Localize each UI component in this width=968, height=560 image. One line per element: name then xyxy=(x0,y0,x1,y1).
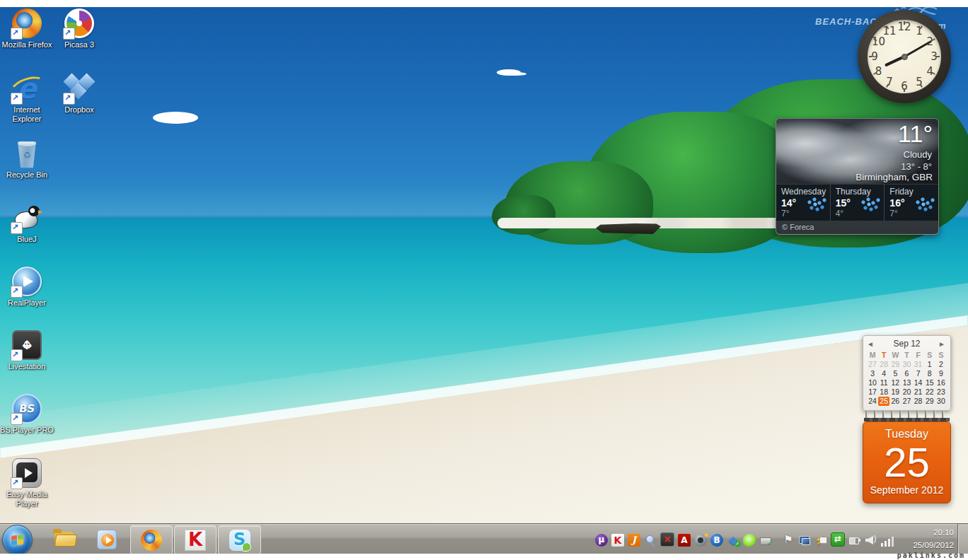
calendar-day-cell[interactable]: 30 xyxy=(935,397,947,406)
webcam-tray-icon[interactable] xyxy=(694,534,707,547)
printer-tray-icon[interactable] xyxy=(759,534,772,547)
calendar-day-header: T xyxy=(901,351,912,360)
desktop-icon-internet-explorer[interactable]: Internet Explorer xyxy=(0,74,54,124)
calendar-day-cell[interactable]: 10 xyxy=(867,378,878,387)
taskbar-windows-explorer-button[interactable] xyxy=(51,525,78,553)
desktop-icon-bsplayer-pro[interactable]: BS.Player PRO xyxy=(0,394,54,435)
calendar-day-cell[interactable]: 28 xyxy=(913,397,924,406)
desktop-icon-picasa[interactable]: Picasa 3 xyxy=(52,8,106,49)
cloud xyxy=(497,69,521,76)
shortcut-arrow-icon xyxy=(11,477,23,489)
desktop-icon-label: Recycle Bin xyxy=(0,170,54,180)
desktop-icon-dropbox[interactable]: Dropbox xyxy=(52,74,106,115)
calendar-day-cell[interactable]: 16 xyxy=(935,378,947,387)
calendar-next-icon[interactable]: ► xyxy=(938,340,947,348)
calendar-day-cell[interactable]: 31 xyxy=(913,360,924,369)
calendar-day-cell[interactable]: 27 xyxy=(867,360,878,369)
calendar-day-cell[interactable]: 27 xyxy=(901,397,912,406)
calendar-day-cell[interactable]: 8 xyxy=(924,369,935,378)
weather-credit: © Foreca xyxy=(776,221,938,234)
wallpaper: BEACH-BACKGR om xyxy=(0,7,968,554)
battery-tray-icon[interactable] xyxy=(848,534,861,547)
desktop-icon-mozilla-firefox[interactable]: Mozilla Firefox xyxy=(0,8,54,49)
calendar-day-cell[interactable]: 30 xyxy=(901,360,912,369)
taskbar-skype-button[interactable] xyxy=(218,525,261,554)
calendar-day-cell[interactable]: 28 xyxy=(878,360,889,369)
calendar-day-cell[interactable]: 7 xyxy=(913,369,924,378)
calendar-prev-icon[interactable]: ◄ xyxy=(867,340,875,348)
adobe-reader-tray-icon[interactable] xyxy=(678,534,691,547)
calendar-grid[interactable]: 2728293031123456789101112131415161718192… xyxy=(867,360,947,406)
volume-tray-icon[interactable] xyxy=(865,534,877,547)
today-day-number: 25 xyxy=(863,441,950,484)
skype-icon xyxy=(229,530,250,551)
shortcut-arrow-icon xyxy=(63,93,75,105)
show-desktop-button[interactable] xyxy=(957,524,968,554)
desktop-icon-livestation[interactable]: Livestation xyxy=(0,330,54,371)
livestation-offline-tray-icon[interactable] xyxy=(660,532,674,547)
calendar-gadget[interactable]: ◄ Sep 12 ► MTWTFSS 272829303112345678910… xyxy=(863,335,951,503)
calendar-day-header: S xyxy=(935,351,947,360)
desktop-icon-bluej[interactable]: BlueJ xyxy=(0,203,54,244)
clock-gadget[interactable]: 121234567891011 xyxy=(858,10,951,103)
calendar-day-cell[interactable]: 4 xyxy=(878,369,889,378)
calendar-day-cell[interactable]: 22 xyxy=(924,387,935,397)
desktop-icon-recycle-bin[interactable]: Recycle Bin xyxy=(0,139,54,180)
calendar-day-cell[interactable]: 2 xyxy=(935,360,947,369)
pushpin-tray-icon[interactable] xyxy=(644,534,657,547)
calendar-day-cell[interactable]: 11 xyxy=(878,378,889,387)
calendar-day-cell[interactable]: 18 xyxy=(878,387,889,397)
calendar-day-cell[interactable]: 12 xyxy=(889,378,901,387)
calendar-day-cell[interactable]: 17 xyxy=(867,387,878,397)
calendar-day-cell[interactable]: 24 xyxy=(867,397,878,406)
status-green-tray-icon[interactable] xyxy=(743,534,756,547)
desktop-icon-easy-media-player[interactable]: Easy Media Player xyxy=(0,458,54,508)
windows-explorer-icon xyxy=(54,532,74,546)
shortcut-arrow-icon xyxy=(11,93,23,105)
java-update-tray-icon[interactable] xyxy=(628,534,640,547)
calendar-day-cell[interactable]: 29 xyxy=(889,360,901,369)
calendar-day-cell[interactable]: 26 xyxy=(889,397,901,406)
calendar-day-cell[interactable]: 29 xyxy=(924,397,935,406)
calendar-day-cell[interactable]: 25 xyxy=(878,397,889,406)
taskbar-date: 25/09/2012 xyxy=(903,539,954,552)
calendar-day-cell[interactable]: 20 xyxy=(901,387,912,397)
forecast-day: Friday 16° 7° xyxy=(884,185,938,221)
boat xyxy=(596,223,661,234)
bottom-watermark-strip: paklinks.com xyxy=(0,554,968,560)
taskbar-clock[interactable]: 20:10 25/09/2012 xyxy=(903,526,954,552)
network-signal-tray-icon[interactable] xyxy=(881,534,894,547)
recycle-bin-icon xyxy=(15,139,39,168)
weather-condition: Cloudy xyxy=(904,149,932,160)
calendar-day-cell[interactable]: 23 xyxy=(935,387,947,397)
taskbar-firefox-button[interactable] xyxy=(130,525,173,554)
display-tray-icon[interactable] xyxy=(798,534,811,547)
desktop-icon-realplayer[interactable]: RealPlayer xyxy=(0,267,54,308)
taskbar-windows-media-player-button[interactable] xyxy=(93,525,120,553)
kaspersky-tray-icon[interactable] xyxy=(611,534,624,547)
utorrent-tray-icon[interactable] xyxy=(595,534,608,547)
calendar-day-cell[interactable]: 19 xyxy=(889,387,901,397)
power-alert-tray-icon[interactable] xyxy=(814,534,827,547)
calendar-day-cell[interactable]: 21 xyxy=(913,387,924,397)
start-button[interactable] xyxy=(2,525,33,555)
dropbox-tray-icon[interactable] xyxy=(727,534,739,547)
kaspersky-icon xyxy=(185,530,206,551)
taskbar-kaspersky-button[interactable] xyxy=(174,525,217,554)
calendar-day-cell[interactable]: 13 xyxy=(901,378,912,387)
calendar-day-header: M xyxy=(867,351,878,360)
calendar-day-cell[interactable]: 14 xyxy=(913,378,924,387)
calendar-day-cell[interactable]: 9 xyxy=(935,369,947,378)
weather-gadget[interactable]: 11° Cloudy 13° - 8° Birmingham, GBR Wedn… xyxy=(776,118,939,235)
calendar-day-cell[interactable]: 5 xyxy=(889,369,901,378)
calendar-day-cell[interactable]: 15 xyxy=(924,378,935,387)
weather-forecast: Wednesday 14° 7° Thursday 15° 4° Friday … xyxy=(776,184,938,221)
bluetooth-tray-icon[interactable] xyxy=(710,534,723,547)
action-center-flag-icon[interactable] xyxy=(782,534,795,547)
calendar-day-cell[interactable]: 3 xyxy=(867,369,878,378)
weather-location: Birmingham, GBR xyxy=(855,172,933,182)
network-switch-tray-icon[interactable] xyxy=(831,532,845,547)
calendar-day-cell[interactable]: 6 xyxy=(901,369,912,378)
calendar-day-cell[interactable]: 1 xyxy=(924,360,935,369)
shortcut-arrow-icon xyxy=(11,286,23,298)
